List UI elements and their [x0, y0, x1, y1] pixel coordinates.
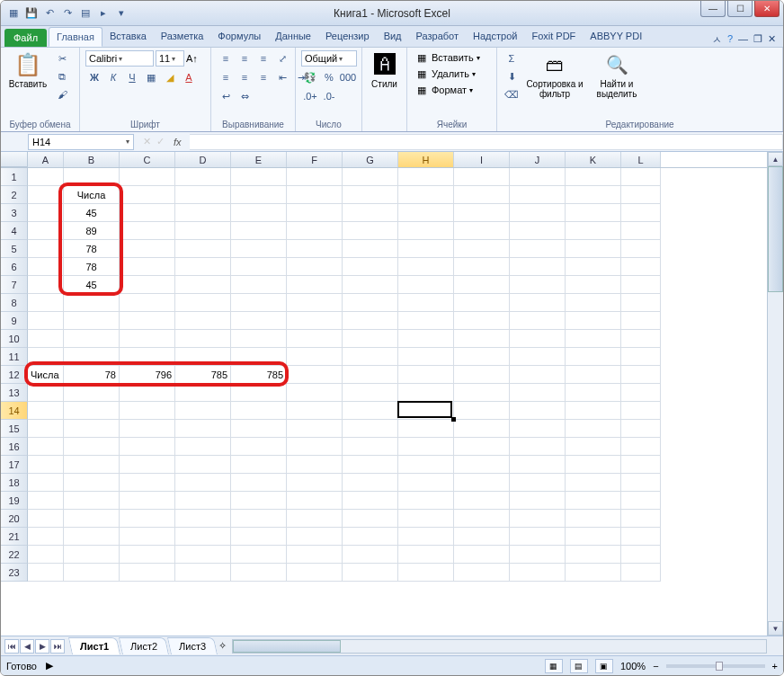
ribbon-tab-данные[interactable]: Данные — [268, 27, 318, 47]
cell-B1[interactable] — [64, 168, 120, 186]
cell-C2[interactable] — [120, 186, 175, 204]
cell-D17[interactable] — [175, 456, 231, 474]
cell-J6[interactable] — [510, 258, 566, 276]
cell-E12[interactable]: 785 — [231, 366, 287, 384]
cell-H2[interactable] — [398, 186, 454, 204]
worksheet-grid[interactable]: ABCDEFGHIJKL 12Числа34548957867874589101… — [1, 152, 783, 636]
cell-D5[interactable] — [175, 240, 231, 258]
cell-H10[interactable] — [398, 330, 454, 348]
orientation-icon[interactable]: ⤢ — [273, 50, 291, 67]
cell-E2[interactable] — [231, 186, 287, 204]
cell-H17[interactable] — [398, 456, 454, 474]
increase-decimal-icon[interactable]: .0+ — [301, 88, 319, 104]
cell-K12[interactable] — [566, 366, 621, 384]
cell-C8[interactable] — [120, 294, 175, 312]
cell-F18[interactable] — [287, 474, 343, 492]
cell-D22[interactable] — [175, 546, 231, 564]
cell-K5[interactable] — [566, 240, 621, 258]
row-header-9[interactable]: 9 — [1, 312, 28, 330]
cell-G20[interactable] — [343, 510, 398, 528]
cell-J22[interactable] — [510, 546, 566, 564]
cell-I16[interactable] — [454, 438, 510, 456]
cell-A5[interactable] — [28, 240, 64, 258]
cell-J4[interactable] — [510, 222, 566, 240]
ribbon-tab-разработ[interactable]: Разработ — [409, 27, 466, 47]
col-header-A[interactable]: A — [28, 152, 64, 167]
cell-G19[interactable] — [343, 492, 398, 510]
paste-button[interactable]: 📋 Вставить — [6, 50, 49, 89]
sort-filter-button[interactable]: 🗃 Сортировка и фильтр — [524, 50, 585, 99]
cell-F12[interactable] — [287, 366, 343, 384]
cell-K1[interactable] — [566, 168, 621, 186]
row-header-10[interactable]: 10 — [1, 330, 28, 348]
cell-F13[interactable] — [287, 384, 343, 402]
cell-A20[interactable] — [28, 510, 64, 528]
cell-G17[interactable] — [343, 456, 398, 474]
row-header-23[interactable]: 23 — [1, 564, 28, 582]
cell-G22[interactable] — [343, 546, 398, 564]
cut-icon[interactable]: ✂ — [53, 50, 71, 67]
cell-B8[interactable] — [64, 294, 120, 312]
cell-J20[interactable] — [510, 510, 566, 528]
cell-L6[interactable] — [621, 258, 661, 276]
cell-C15[interactable] — [120, 420, 175, 438]
cell-I9[interactable] — [454, 312, 510, 330]
cell-I1[interactable] — [454, 168, 510, 186]
row-header-16[interactable]: 16 — [1, 438, 28, 456]
cell-C21[interactable] — [120, 528, 175, 546]
cell-D23[interactable] — [175, 564, 231, 582]
cell-B21[interactable] — [64, 528, 120, 546]
cell-G4[interactable] — [343, 222, 398, 240]
cell-F17[interactable] — [287, 456, 343, 474]
cell-F8[interactable] — [287, 294, 343, 312]
view-layout-icon[interactable]: ▤ — [570, 659, 588, 673]
new-sheet-icon[interactable]: ✧ — [218, 640, 227, 652]
view-pagebreak-icon[interactable]: ▣ — [595, 659, 613, 673]
cell-H18[interactable] — [398, 474, 454, 492]
cell-G5[interactable] — [343, 240, 398, 258]
sheet-tab-Лист3[interactable]: Лист3 — [167, 637, 218, 654]
cell-I12[interactable] — [454, 366, 510, 384]
view-normal-icon[interactable]: ▦ — [545, 659, 563, 673]
cell-A17[interactable] — [28, 456, 64, 474]
cell-L11[interactable] — [621, 348, 661, 366]
cell-E6[interactable] — [231, 258, 287, 276]
delete-cells-button[interactable]: ▦Удалить▾ — [413, 67, 482, 81]
cell-K22[interactable] — [566, 546, 621, 564]
cell-H8[interactable] — [398, 294, 454, 312]
cell-L5[interactable] — [621, 240, 661, 258]
cell-D20[interactable] — [175, 510, 231, 528]
sheet-tab-Лист1[interactable]: Лист1 — [68, 637, 120, 654]
cell-G23[interactable] — [343, 564, 398, 582]
cell-E16[interactable] — [231, 438, 287, 456]
cell-I6[interactable] — [454, 258, 510, 276]
cell-L2[interactable] — [621, 186, 661, 204]
cell-G8[interactable] — [343, 294, 398, 312]
copy-icon[interactable]: ⧉ — [53, 68, 71, 84]
cell-B17[interactable] — [64, 456, 120, 474]
align-left-icon[interactable]: ≡ — [217, 69, 235, 85]
cell-F3[interactable] — [287, 204, 343, 222]
cell-I21[interactable] — [454, 528, 510, 546]
cell-J13[interactable] — [510, 384, 566, 402]
cell-I5[interactable] — [454, 240, 510, 258]
cell-J8[interactable] — [510, 294, 566, 312]
cell-D13[interactable] — [175, 384, 231, 402]
cell-K15[interactable] — [566, 420, 621, 438]
ribbon-tab-главная[interactable]: Главная — [49, 27, 102, 47]
row-header-20[interactable]: 20 — [1, 510, 28, 528]
cell-E9[interactable] — [231, 312, 287, 330]
cell-F1[interactable] — [287, 168, 343, 186]
cell-B5[interactable]: 78 — [64, 240, 120, 258]
cell-K18[interactable] — [566, 474, 621, 492]
cell-E21[interactable] — [231, 528, 287, 546]
cell-E3[interactable] — [231, 204, 287, 222]
zoom-out-icon[interactable]: − — [653, 661, 658, 672]
cell-H21[interactable] — [398, 528, 454, 546]
cell-D18[interactable] — [175, 474, 231, 492]
merge-icon[interactable]: ⇔ — [236, 88, 254, 104]
cell-F9[interactable] — [287, 312, 343, 330]
fill-color-icon[interactable]: ◢ — [161, 69, 179, 85]
cell-K23[interactable] — [566, 564, 621, 582]
cell-K19[interactable] — [566, 492, 621, 510]
